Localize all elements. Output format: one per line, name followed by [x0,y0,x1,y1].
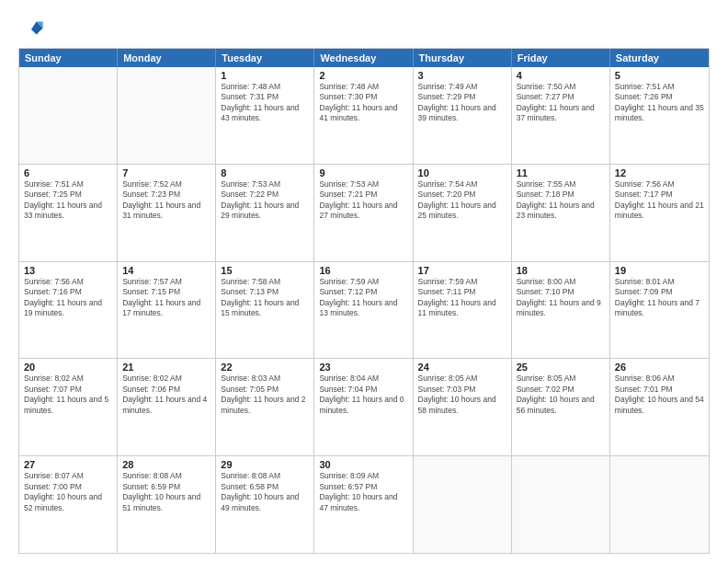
calendar-row-5: 27Sunrise: 8:07 AM Sunset: 7:00 PM Dayli… [19,455,709,553]
day-cell-4: 4Sunrise: 7:50 AM Sunset: 7:27 PM Daylig… [512,67,610,164]
day-info: Sunrise: 8:08 AM Sunset: 6:59 PM Dayligh… [122,471,210,513]
day-cell-12: 12Sunrise: 7:56 AM Sunset: 7:17 PM Dayli… [610,165,709,261]
day-info: Sunrise: 7:53 AM Sunset: 7:21 PM Dayligh… [319,179,407,222]
day-number: 27 [24,459,112,470]
day-number: 24 [418,362,506,373]
day-number: 13 [24,265,112,276]
calendar-row-2: 6Sunrise: 7:51 AM Sunset: 7:25 PM Daylig… [19,164,709,261]
day-number: 17 [418,265,506,276]
day-info: Sunrise: 8:01 AM Sunset: 7:09 PM Dayligh… [615,277,704,319]
day-cell-2: 2Sunrise: 7:48 AM Sunset: 7:30 PM Daylig… [314,67,413,164]
day-info: Sunrise: 8:05 AM Sunset: 7:02 PM Dayligh… [517,373,605,416]
header-cell-saturday: Saturday [610,49,709,67]
day-info: Sunrise: 8:00 AM Sunset: 7:10 PM Dayligh… [517,277,605,319]
day-info: Sunrise: 8:09 AM Sunset: 6:57 PM Dayligh… [319,471,407,513]
day-cell-19: 19Sunrise: 8:01 AM Sunset: 7:09 PM Dayli… [610,262,709,359]
day-info: Sunrise: 8:04 AM Sunset: 7:04 PM Dayligh… [319,373,407,416]
day-info: Sunrise: 7:51 AM Sunset: 7:25 PM Dayligh… [24,179,112,222]
day-info: Sunrise: 7:50 AM Sunset: 7:27 PM Dayligh… [517,82,605,124]
day-cell-27: 27Sunrise: 8:07 AM Sunset: 7:00 PM Dayli… [19,456,118,553]
empty-cell [512,456,610,553]
day-info: Sunrise: 7:52 AM Sunset: 7:23 PM Dayligh… [122,179,210,222]
day-cell-14: 14Sunrise: 7:57 AM Sunset: 7:15 PM Dayli… [118,262,216,359]
day-number: 1 [221,70,309,81]
day-cell-1: 1Sunrise: 7:48 AM Sunset: 7:31 PM Daylig… [216,67,314,164]
day-cell-21: 21Sunrise: 8:02 AM Sunset: 7:06 PM Dayli… [118,359,216,455]
day-number: 21 [122,362,210,373]
day-cell-30: 30Sunrise: 8:09 AM Sunset: 6:57 PM Dayli… [314,456,413,553]
logo-icon [18,17,44,42]
header-cell-wednesday: Wednesday [314,49,413,67]
day-cell-24: 24Sunrise: 8:05 AM Sunset: 7:03 PM Dayli… [414,359,512,455]
day-info: Sunrise: 8:02 AM Sunset: 7:07 PM Dayligh… [24,373,112,416]
day-info: Sunrise: 7:59 AM Sunset: 7:11 PM Dayligh… [418,277,506,319]
day-number: 29 [221,459,309,470]
day-number: 4 [517,70,605,81]
day-cell-9: 9Sunrise: 7:53 AM Sunset: 7:21 PM Daylig… [314,165,413,261]
day-info: Sunrise: 7:53 AM Sunset: 7:22 PM Dayligh… [221,179,309,222]
day-info: Sunrise: 7:58 AM Sunset: 7:13 PM Dayligh… [221,277,309,319]
header-cell-sunday: Sunday [19,49,118,67]
day-info: Sunrise: 7:55 AM Sunset: 7:18 PM Dayligh… [517,179,605,222]
header [18,17,710,42]
empty-cell [118,67,216,164]
calendar-row-1: 1Sunrise: 7:48 AM Sunset: 7:31 PM Daylig… [19,67,709,164]
day-number: 8 [221,167,309,178]
day-cell-8: 8Sunrise: 7:53 AM Sunset: 7:22 PM Daylig… [216,165,314,261]
day-cell-18: 18Sunrise: 8:00 AM Sunset: 7:10 PM Dayli… [512,262,610,359]
day-number: 23 [319,362,407,373]
day-cell-17: 17Sunrise: 7:59 AM Sunset: 7:11 PM Dayli… [414,262,512,359]
day-cell-23: 23Sunrise: 8:04 AM Sunset: 7:04 PM Dayli… [314,359,413,455]
day-number: 12 [615,167,704,178]
page: SundayMondayTuesdayWednesdayThursdayFrid… [0,0,728,563]
calendar-row-4: 20Sunrise: 8:02 AM Sunset: 7:07 PM Dayli… [19,358,709,455]
day-info: Sunrise: 7:48 AM Sunset: 7:30 PM Dayligh… [319,82,407,124]
calendar-row-3: 13Sunrise: 7:56 AM Sunset: 7:16 PM Dayli… [19,261,709,359]
day-number: 11 [517,167,605,178]
day-cell-20: 20Sunrise: 8:02 AM Sunset: 7:07 PM Dayli… [19,359,118,455]
empty-cell [19,67,118,164]
day-number: 20 [24,362,112,373]
day-number: 15 [221,265,309,276]
day-cell-28: 28Sunrise: 8:08 AM Sunset: 6:59 PM Dayli… [118,456,216,553]
day-info: Sunrise: 7:59 AM Sunset: 7:12 PM Dayligh… [319,277,407,319]
day-info: Sunrise: 8:03 AM Sunset: 7:05 PM Dayligh… [221,373,309,416]
header-cell-tuesday: Tuesday [216,49,314,67]
day-info: Sunrise: 7:54 AM Sunset: 7:20 PM Dayligh… [418,179,506,222]
calendar: SundayMondayTuesdayWednesdayThursdayFrid… [18,48,710,554]
day-cell-6: 6Sunrise: 7:51 AM Sunset: 7:25 PM Daylig… [19,165,118,261]
day-cell-15: 15Sunrise: 7:58 AM Sunset: 7:13 PM Dayli… [216,262,314,359]
day-number: 7 [122,167,210,178]
day-cell-26: 26Sunrise: 8:06 AM Sunset: 7:01 PM Dayli… [610,359,709,455]
day-cell-10: 10Sunrise: 7:54 AM Sunset: 7:20 PM Dayli… [414,165,512,261]
day-info: Sunrise: 8:08 AM Sunset: 6:58 PM Dayligh… [221,471,309,513]
day-info: Sunrise: 7:49 AM Sunset: 7:29 PM Dayligh… [418,82,506,124]
day-number: 10 [418,167,506,178]
day-info: Sunrise: 7:56 AM Sunset: 7:16 PM Dayligh… [24,277,112,319]
day-number: 28 [122,459,210,470]
day-cell-13: 13Sunrise: 7:56 AM Sunset: 7:16 PM Dayli… [19,262,118,359]
day-number: 2 [319,70,407,81]
day-number: 22 [221,362,309,373]
day-number: 18 [517,265,605,276]
day-info: Sunrise: 8:02 AM Sunset: 7:06 PM Dayligh… [122,373,210,416]
day-number: 16 [319,265,407,276]
day-info: Sunrise: 7:56 AM Sunset: 7:17 PM Dayligh… [615,179,704,222]
logo [18,17,48,42]
day-cell-5: 5Sunrise: 7:51 AM Sunset: 7:26 PM Daylig… [610,67,709,164]
day-info: Sunrise: 7:48 AM Sunset: 7:31 PM Dayligh… [221,82,309,124]
calendar-header: SundayMondayTuesdayWednesdayThursdayFrid… [19,49,709,67]
header-cell-thursday: Thursday [414,49,512,67]
day-cell-16: 16Sunrise: 7:59 AM Sunset: 7:12 PM Dayli… [314,262,413,359]
empty-cell [610,456,709,553]
day-info: Sunrise: 8:07 AM Sunset: 7:00 PM Dayligh… [24,471,112,513]
day-cell-29: 29Sunrise: 8:08 AM Sunset: 6:58 PM Dayli… [216,456,314,553]
day-info: Sunrise: 7:57 AM Sunset: 7:15 PM Dayligh… [122,277,210,319]
day-number: 30 [319,459,407,470]
day-number: 19 [615,265,704,276]
day-number: 6 [24,167,112,178]
day-info: Sunrise: 8:06 AM Sunset: 7:01 PM Dayligh… [615,373,704,416]
day-number: 26 [615,362,704,373]
header-cell-friday: Friday [512,49,610,67]
day-cell-3: 3Sunrise: 7:49 AM Sunset: 7:29 PM Daylig… [414,67,512,164]
